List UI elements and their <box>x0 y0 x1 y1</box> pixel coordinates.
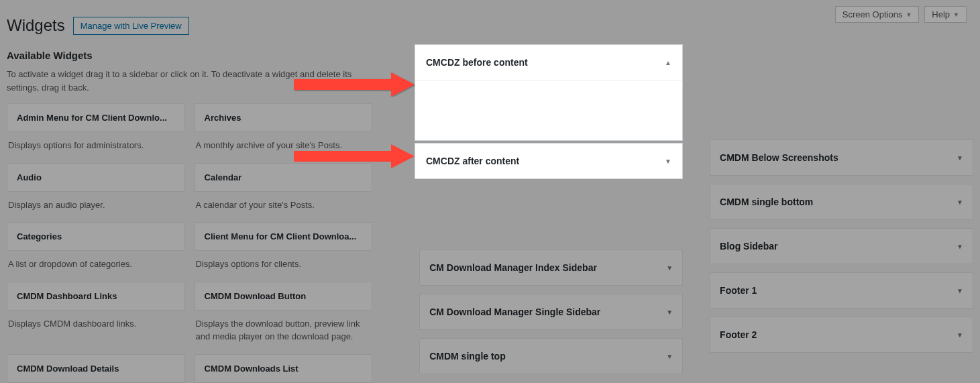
top-bar: Screen Options ▼ Help ▼ <box>822 0 980 29</box>
widget-description: Displays options for clients. <box>195 251 373 271</box>
help-button[interactable]: Help ▼ <box>924 6 967 23</box>
sidebar-area[interactable]: Footer 1▼ <box>710 272 973 309</box>
sidebar-area-title: CMDM single top <box>429 351 506 362</box>
sidebar-area-cmcdz-before[interactable]: CMCDZ before content ▲ <box>415 44 683 141</box>
sidebar-area-title: Footer 1 <box>720 285 757 296</box>
widget-header[interactable]: Audio <box>7 163 185 192</box>
sidebar-areas-column-2: CMDM Below Screenshots▼CMDM single botto… <box>710 103 973 383</box>
sidebar-area[interactable]: CMDM single bottom▼ <box>710 184 973 220</box>
widget-description: A list or dropdown of categories. <box>7 251 185 271</box>
widget-card: Client Menu for CM Client Downloa...Disp… <box>195 222 373 271</box>
widget-description: Displays CMDM dashboard links. <box>7 311 185 331</box>
chevron-down-icon: ▼ <box>957 287 963 294</box>
sidebar-area[interactable]: Footer 2▼ <box>710 317 973 353</box>
chevron-down-icon: ▼ <box>957 154 963 162</box>
widget-header[interactable]: CMDM Dashboard Links <box>7 282 185 311</box>
sidebar-drop-zone[interactable] <box>415 80 682 140</box>
sidebar-area-title: CMCDZ after content <box>426 156 519 166</box>
widget-card: Admin Menu for CM Client Downlo...Displa… <box>7 103 185 152</box>
widget-header[interactable]: CMDM Download Button <box>195 282 373 311</box>
sidebar-area-title: CMDM Below Screenshots <box>720 152 838 163</box>
sidebar-area-header[interactable]: Blog Sidebar▼ <box>710 229 973 264</box>
widget-card: CMDM Download ButtonDisplays the downloa… <box>195 282 373 343</box>
sidebar-area-title: CM Download Manager Single Sidebar <box>429 307 600 317</box>
sidebar-area[interactable]: Blog Sidebar▼ <box>710 228 973 264</box>
widget-card: CategoriesA list or dropdown of categori… <box>7 222 185 271</box>
chevron-down-icon: ▼ <box>666 309 673 316</box>
widget-card: CalendarA calendar of your site's Posts. <box>195 163 373 212</box>
sidebar-area[interactable]: CM Download Manager Index Sidebar▼ <box>419 250 683 286</box>
chevron-down-icon: ▼ <box>957 243 963 250</box>
sidebar-area-header[interactable]: CM Download Manager Single Sidebar▼ <box>420 294 682 329</box>
widget-header[interactable]: CMDM Download Details <box>7 354 185 383</box>
widget-description: Displays the download button, preview li… <box>195 311 373 343</box>
arrow-icon <box>294 72 416 97</box>
sidebar-area[interactable]: CM Download Manager Single Sidebar▼ <box>419 294 683 330</box>
sidebar-area-header[interactable]: CMDM single top▼ <box>420 339 682 374</box>
sidebar-area-header[interactable]: Footer 1▼ <box>710 273 973 308</box>
widget-description: Displays options for administrators. <box>7 132 185 152</box>
chevron-down-icon: ▼ <box>953 11 959 18</box>
widget-header[interactable]: Client Menu for CM Client Downloa... <box>195 222 373 251</box>
chevron-down-icon: ▼ <box>906 11 912 18</box>
sidebar-area-cmcdz-after[interactable]: CMCDZ after content ▼ <box>415 143 683 179</box>
widget-header[interactable]: Categories <box>7 222 185 251</box>
sidebar-area-header[interactable]: CMCDZ after content ▼ <box>415 144 682 178</box>
widget-card: AudioDisplays an audio player. <box>7 163 185 212</box>
sidebar-area-title: CMCDZ before content <box>426 57 528 68</box>
screen-options-button[interactable]: Screen Options ▼ <box>835 6 920 23</box>
chevron-down-icon: ▼ <box>957 331 963 339</box>
sidebar-area-header[interactable]: CMDM single bottom▼ <box>710 184 973 219</box>
chevron-down-icon: ▼ <box>666 264 673 272</box>
screen-options-label: Screen Options <box>842 9 903 19</box>
sidebar-area-header[interactable]: Footer 2▼ <box>710 317 973 352</box>
widget-card: CMDM Download Details <box>7 354 185 383</box>
widget-header[interactable]: Archives <box>195 103 373 132</box>
widget-description: Displays an audio player. <box>7 192 185 212</box>
widget-header[interactable]: CMDM Downloads List <box>195 354 373 383</box>
chevron-down-icon: ▼ <box>666 353 673 360</box>
sidebar-area[interactable]: CMDM single top▼ <box>419 338 683 374</box>
live-preview-button[interactable]: Manage with Live Preview <box>73 17 189 35</box>
sidebar-area-title: Footer 2 <box>720 329 757 340</box>
sidebar-area-title: Blog Sidebar <box>720 241 777 252</box>
widget-header[interactable]: Admin Menu for CM Client Downlo... <box>7 103 185 132</box>
widget-card: CMDM Downloads List <box>195 354 373 383</box>
sidebar-area[interactable]: CMDM Below Screenshots▼ <box>710 140 973 176</box>
widget-card: CMDM Dashboard LinksDisplays CMDM dashbo… <box>7 282 185 343</box>
svg-marker-1 <box>294 144 415 168</box>
chevron-down-icon: ▼ <box>665 158 671 165</box>
sidebar-area-header[interactable]: CM Download Manager Index Sidebar▼ <box>420 250 682 285</box>
chevron-up-icon: ▲ <box>665 59 671 66</box>
help-label: Help <box>932 9 950 19</box>
chevron-down-icon: ▼ <box>957 199 963 206</box>
sidebar-area-title: CM Download Manager Index Sidebar <box>429 262 597 273</box>
page-title: Widgets <box>7 16 65 35</box>
widget-description: A calendar of your site's Posts. <box>195 192 373 212</box>
arrow-icon <box>294 144 416 168</box>
svg-marker-0 <box>294 72 415 97</box>
sidebar-area-title: CMDM single bottom <box>720 197 813 207</box>
sidebar-area-header[interactable]: CMDM Below Screenshots▼ <box>710 140 973 175</box>
sidebar-area-header[interactable]: CMCDZ before content ▲ <box>415 45 682 80</box>
